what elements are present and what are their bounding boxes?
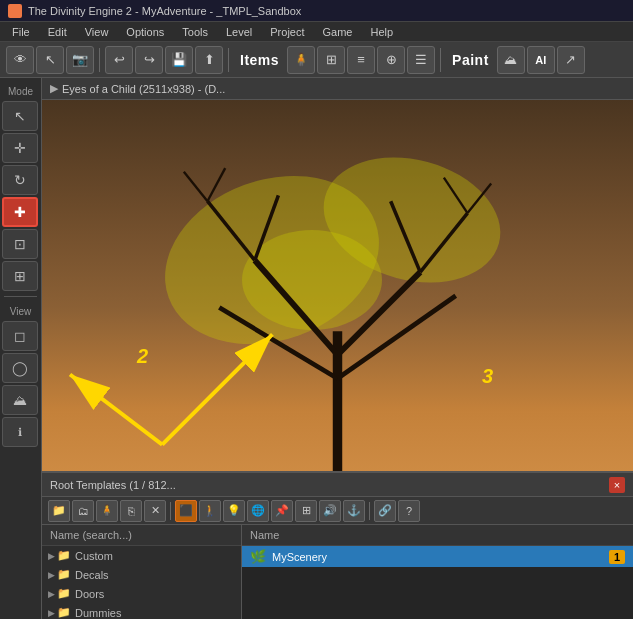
bottom-panel-toolbar: 📁 🗂 🧍 ⎘ ✕ ⬛ 🚶 💡 🌐 📌 ⊞ 🔊 ⚓ 🔗 ?: [42, 497, 633, 525]
bottom-panel-title: Root Templates (1 / 812...: [50, 479, 176, 491]
terrain-view-btn[interactable]: ⛰: [2, 385, 38, 415]
folder-icon-decals: 📁: [57, 568, 71, 581]
viewport-container: ▶ Eyes of a Child (2511x938) - (D...: [42, 78, 633, 619]
bp-question-btn[interactable]: ?: [398, 500, 420, 522]
menu-bar: File Edit View Options Tools Level Proje…: [0, 22, 633, 42]
bp-anchor-btn[interactable]: ⚓: [343, 500, 365, 522]
bp-copy-btn[interactable]: ⎘: [120, 500, 142, 522]
menu-level[interactable]: Level: [218, 24, 260, 40]
tree-item-dummies[interactable]: ▶ 📁 Dummies: [42, 603, 241, 619]
bottom-panel-close-btn[interactable]: ×: [609, 477, 625, 493]
toolbar-cursor-btn[interactable]: ↖: [36, 46, 64, 74]
toolbar-person-btn[interactable]: 🧍: [287, 46, 315, 74]
bp-folder2-btn[interactable]: 🗂: [72, 500, 94, 522]
viewport-tab[interactable]: ▶ Eyes of a Child (2511x938) - (D...: [42, 78, 633, 100]
bp-globe-btn[interactable]: 🌐: [247, 500, 269, 522]
toolbar-layers-btn[interactable]: ≡: [347, 46, 375, 74]
folder-icon-doors: 📁: [57, 587, 71, 600]
title-text: The Divinity Engine 2 - MyAdventure - _T…: [28, 5, 301, 17]
toolbar-sep-3: [440, 48, 441, 72]
toolbar-sep-2: [228, 48, 229, 72]
my-scenery-label: MyScenery: [272, 551, 327, 563]
toolbar-save-btn[interactable]: 💾: [165, 46, 193, 74]
bp-orange-btn[interactable]: ⬛: [175, 500, 197, 522]
my-scenery-item[interactable]: 🌿 MyScenery 1: [242, 546, 633, 567]
template-tree-list: Name (search...) ▶ 📁 Custom ▶ 📁 Decals: [42, 525, 242, 619]
toolbar-export-btn[interactable]: ⬆: [195, 46, 223, 74]
viewport-tab-arrow: ▶: [50, 82, 58, 95]
svg-line-9: [184, 172, 208, 202]
box-view-btn[interactable]: ◻: [2, 321, 38, 351]
menu-view[interactable]: View: [77, 24, 117, 40]
toolbar-redo-btn[interactable]: ↪: [135, 46, 163, 74]
menu-tools[interactable]: Tools: [174, 24, 216, 40]
left-sidebar: Mode ↖ ✛ ↻ ✚ ⊡ ⊞ View ◻ ◯ ⛰ ℹ: [0, 78, 42, 619]
arrow-num-3: 3: [482, 365, 493, 388]
bp-person-btn[interactable]: 🧍: [96, 500, 118, 522]
side-divider-1: [4, 296, 37, 297]
view-section-label: View: [2, 302, 39, 319]
bp-link-btn[interactable]: 🔗: [374, 500, 396, 522]
bp-delete-btn[interactable]: ✕: [144, 500, 166, 522]
expand-icon-custom: ▶: [48, 551, 55, 561]
toolbar-cursor2-btn[interactable]: ↗: [557, 46, 585, 74]
menu-help[interactable]: Help: [362, 24, 401, 40]
tree-item-custom[interactable]: ▶ 📁 Custom: [42, 546, 241, 565]
app-icon: [8, 4, 22, 18]
yellow-highlight-center: [242, 230, 382, 330]
tree-item-doors[interactable]: ▶ 📁 Doors: [42, 584, 241, 603]
bp-speaker-btn[interactable]: 🔊: [319, 500, 341, 522]
toolbar-list-btn[interactable]: ☰: [407, 46, 435, 74]
tree-list-column-name: Name (search...): [42, 525, 241, 546]
toolbar-items-label: Items: [234, 52, 285, 68]
arrow-num-2: 2: [137, 345, 148, 368]
title-bar: The Divinity Engine 2 - MyAdventure - _T…: [0, 0, 633, 22]
toolbar-undo-btn[interactable]: ↩: [105, 46, 133, 74]
menu-edit[interactable]: Edit: [40, 24, 75, 40]
toolbar-target-btn[interactable]: ⊕: [377, 46, 405, 74]
toolbar-mountain-btn[interactable]: ⛰: [497, 46, 525, 74]
select-tool-btn[interactable]: ↖: [2, 101, 38, 131]
place-tool-btn[interactable]: ✚: [2, 197, 38, 227]
expand-icon-decals: ▶: [48, 570, 55, 580]
bp-walk-btn[interactable]: 🚶: [199, 500, 221, 522]
expand-icon-dummies: ▶: [48, 608, 55, 618]
scenery-column-name: Name: [242, 525, 633, 546]
main-area: Mode ↖ ✛ ↻ ✚ ⊡ ⊞ View ◻ ◯ ⛰ ℹ ▶ Eyes of …: [0, 78, 633, 619]
folder-icon-dummies: 📁: [57, 606, 71, 619]
menu-project[interactable]: Project: [262, 24, 312, 40]
transform-tool-btn[interactable]: ⊞: [2, 261, 38, 291]
menu-game[interactable]: Game: [315, 24, 361, 40]
toolbar-eye-btn[interactable]: 👁: [6, 46, 34, 74]
toolbar: 👁 ↖ 📷 ↩ ↪ 💾 ⬆ Items 🧍 ⊞ ≡ ⊕ ☰ Paint ⛰ AI…: [0, 42, 633, 78]
info-view-btn[interactable]: ℹ: [2, 417, 38, 447]
bottom-panel: Root Templates (1 / 812... × 📁 🗂 🧍 ⎘ ✕ ⬛…: [42, 471, 633, 619]
scenery-panel: Name 🌿 MyScenery 1: [242, 525, 633, 619]
move-tool-btn[interactable]: ✛: [2, 133, 38, 163]
viewport[interactable]: 2 3 Root Templates (1 / 812... × 📁 🗂 🧍 ⎘…: [42, 100, 633, 619]
viewport-tab-label: Eyes of a Child (2511x938) - (D...: [62, 83, 225, 95]
mode-section-label: Mode: [2, 82, 39, 99]
bp-light-btn[interactable]: 💡: [223, 500, 245, 522]
bp-sep-1: [170, 502, 171, 520]
toolbar-sep-1: [99, 48, 100, 72]
expand-icon-doors: ▶: [48, 589, 55, 599]
scale-tool-btn[interactable]: ⊡: [2, 229, 38, 259]
scenery-tree-icon: 🌿: [250, 549, 266, 564]
tree-item-decals[interactable]: ▶ 📁 Decals: [42, 565, 241, 584]
bp-sep-2: [369, 502, 370, 520]
menu-file[interactable]: File: [4, 24, 38, 40]
bottom-panel-content: Name (search...) ▶ 📁 Custom ▶ 📁 Decals: [42, 525, 633, 619]
toolbar-ai-label-btn[interactable]: AI: [527, 46, 555, 74]
menu-options[interactable]: Options: [118, 24, 172, 40]
toolbar-camera-btn[interactable]: 📷: [66, 46, 94, 74]
bp-new-folder-btn[interactable]: 📁: [48, 500, 70, 522]
rotate-tool-btn[interactable]: ↻: [2, 165, 38, 195]
bp-grid-btn[interactable]: ⊞: [295, 500, 317, 522]
bottom-panel-header: Root Templates (1 / 812... ×: [42, 473, 633, 497]
toolbar-grid-btn[interactable]: ⊞: [317, 46, 345, 74]
folder-icon-custom: 📁: [57, 549, 71, 562]
bp-pin-btn[interactable]: 📌: [271, 500, 293, 522]
sphere-view-btn[interactable]: ◯: [2, 353, 38, 383]
toolbar-paint-label: Paint: [446, 52, 495, 68]
